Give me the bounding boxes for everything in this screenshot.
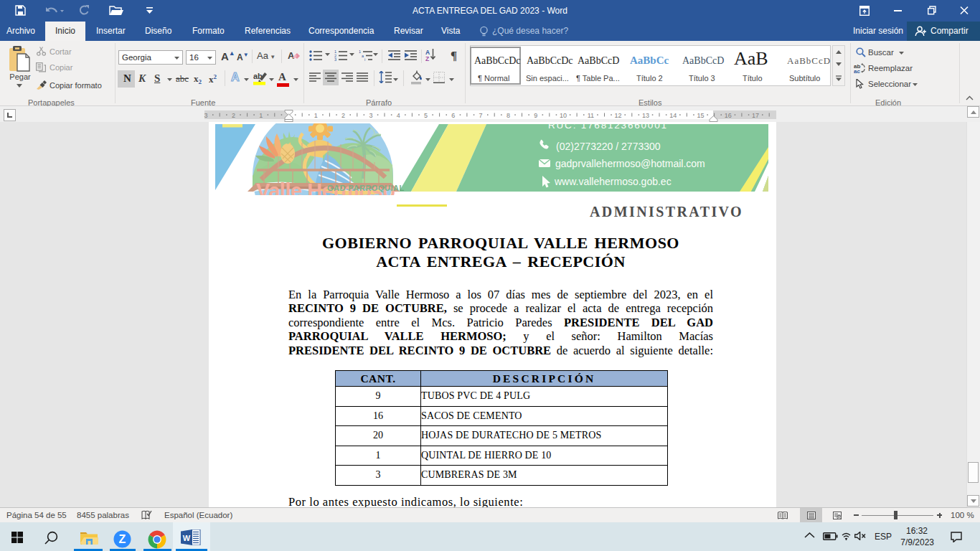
svg-text:1: 1	[259, 112, 263, 119]
svg-text:ac: ac	[854, 68, 860, 73]
svg-text:2: 2	[232, 112, 235, 119]
svg-text:10: 10	[560, 112, 567, 119]
svg-text:A: A	[288, 50, 295, 61]
svg-text:W: W	[183, 534, 191, 542]
svg-text:Z: Z	[119, 533, 126, 545]
svg-text:15: 15	[697, 112, 704, 119]
svg-text:gadprvallehermoso@hotmail.com: gadprvallehermoso@hotmail.com	[555, 158, 705, 169]
svg-text:i: i	[364, 57, 365, 61]
svg-text:1: 1	[314, 112, 318, 119]
svg-text:Z: Z	[425, 55, 429, 61]
svg-text:3: 3	[369, 112, 372, 119]
svg-text:17: 17	[752, 112, 759, 119]
svg-text:5: 5	[424, 112, 428, 119]
svg-text:2: 2	[341, 112, 345, 119]
svg-text:7: 7	[479, 112, 483, 119]
svg-text:(02)2773220 / 2773300: (02)2773220 / 2773300	[556, 141, 661, 152]
svg-text:GAD PARROQUIAL: GAD PARROQUIAL	[327, 184, 405, 192]
svg-text:11: 11	[588, 112, 594, 119]
svg-text:9: 9	[534, 112, 537, 119]
svg-text:13: 13	[642, 112, 649, 119]
svg-text:3: 3	[204, 112, 208, 119]
svg-text:RUC: 1768123660001: RUC: 1768123660001	[548, 123, 668, 131]
svg-text:8: 8	[507, 112, 510, 119]
svg-text:4: 4	[397, 112, 400, 119]
svg-text:12: 12	[615, 112, 622, 119]
svg-text:14: 14	[669, 112, 677, 119]
svg-text:16: 16	[725, 112, 732, 119]
svg-text:1: 1	[359, 50, 361, 54]
svg-text:www.vallehermoso.gob.ec: www.vallehermoso.gob.ec	[554, 176, 672, 187]
svg-text:6: 6	[451, 112, 455, 119]
svg-text:3: 3	[334, 57, 336, 61]
